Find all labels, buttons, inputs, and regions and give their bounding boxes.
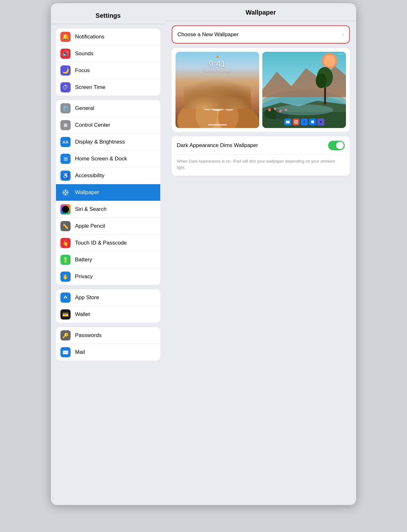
settings-group-1: 🔔 Notifications 🔊 Sounds 🌙 Focus ⏱ Scree… xyxy=(56,29,160,96)
sidebar-item-focus[interactable]: 🌙 Focus xyxy=(56,62,160,79)
dark-dims-row: Dark Appearance Dims Wallpaper xyxy=(172,136,350,155)
homescreen-app-icons: ✉️ f ✦ xyxy=(284,118,324,125)
dark-dims-description: When Dark Appearance is on, iPad will di… xyxy=(172,155,350,176)
general-label: General xyxy=(75,105,156,111)
general-icon: ⚙️ xyxy=(60,103,71,113)
mail-icon: ✉️ xyxy=(60,347,71,357)
sidebar-item-battery[interactable]: 🔋 Battery xyxy=(56,252,160,268)
display-label: Display & Brightness xyxy=(75,139,156,145)
privacy-label: Privacy xyxy=(75,273,156,280)
device-frame: Settings 🔔 Notifications 🔊 Sounds 🌙 Focu… xyxy=(51,3,356,505)
lockscreen-preview[interactable]: 🔒 9:41 Tuesday, 9 January xyxy=(176,52,259,128)
lockscreen-date: Tuesday, 9 January xyxy=(204,69,231,72)
wallpaper-label: Wallpaper xyxy=(75,189,156,196)
svg-point-17 xyxy=(324,55,335,67)
svg-point-34 xyxy=(295,121,297,123)
settings-group-2: ⚙️ General ⊞ Control Center AA Display &… xyxy=(56,100,160,285)
settings-group-3: App Store 💳 Wallet xyxy=(56,289,160,323)
homescreen-preview[interactable]: ✉️ f ✦ xyxy=(262,52,346,128)
sounds-icon: 🔊 xyxy=(60,49,71,59)
sidebar-item-screentime[interactable]: ⏱ Screen Time xyxy=(56,79,160,96)
sidebar: Settings 🔔 Notifications 🔊 Sounds 🌙 Focu… xyxy=(51,3,165,505)
homescreen-label: Home Screen & Dock xyxy=(75,156,156,162)
accessibility-icon: ♿ xyxy=(60,171,71,181)
lockscreen-ui: 🔒 9:41 Tuesday, 9 January xyxy=(176,54,259,72)
focus-label: Focus xyxy=(75,67,156,74)
sidebar-item-controlcenter[interactable]: ⊞ Control Center xyxy=(56,117,160,134)
screentime-label: Screen Time xyxy=(75,84,156,91)
status-indicators xyxy=(338,54,343,55)
appstore-icon xyxy=(60,293,71,303)
wallpaper-previews: 🔒 9:41 Tuesday, 9 January xyxy=(172,48,350,132)
settings-group-4: 🔑 Passwords ✉️ Mail xyxy=(56,327,160,360)
svg-point-13 xyxy=(202,104,213,110)
applepencil-icon: ✏️ xyxy=(60,221,71,231)
mail-label: Mail xyxy=(75,349,156,355)
choose-wallpaper-button[interactable]: Choose a New Wallpaper › xyxy=(172,25,350,44)
touchid-label: Touch ID & Passcode xyxy=(75,240,156,246)
right-panel: Wallpaper Choose a New Wallpaper › 🔒 9:4… xyxy=(165,3,356,505)
notifications-label: Notifications xyxy=(75,34,156,40)
homescreen-landscape-svg xyxy=(262,52,346,128)
sidebar-item-touchid[interactable]: 👆 Touch ID & Passcode xyxy=(56,235,160,252)
sidebar-item-siri[interactable]: Siri & Search xyxy=(56,201,160,218)
svg-point-28 xyxy=(268,108,271,111)
accessibility-label: Accessibility xyxy=(75,172,156,179)
svg-point-14 xyxy=(224,105,234,111)
sidebar-item-wallpaper[interactable]: Wallpaper xyxy=(56,184,160,201)
display-icon: AA xyxy=(60,137,71,147)
sidebar-item-applepencil[interactable]: ✏️ Apple Pencil xyxy=(56,218,160,235)
battery-label: Battery xyxy=(75,257,156,263)
siri-icon xyxy=(60,204,71,214)
dark-dims-label: Dark Appearance Dims Wallpaper xyxy=(177,142,258,149)
touchid-icon: 👆 xyxy=(60,238,71,248)
appstore-label: App Store xyxy=(75,294,156,301)
sidebar-item-privacy[interactable]: ✋ Privacy xyxy=(56,268,160,285)
applepencil-label: Apple Pencil xyxy=(75,223,156,229)
sidebar-item-general[interactable]: ⚙️ General xyxy=(56,100,160,117)
chevron-right-icon: › xyxy=(342,31,344,38)
privacy-icon: ✋ xyxy=(60,272,71,282)
sidebar-item-passwords[interactable]: 🔑 Passwords xyxy=(56,327,160,344)
notifications-icon: 🔔 xyxy=(60,32,71,42)
passwords-icon: 🔑 xyxy=(60,330,71,340)
svg-point-25 xyxy=(316,74,327,88)
wallet-label: Wallet xyxy=(75,311,156,318)
sidebar-item-homescreen[interactable]: ⊞ Home Screen & Dock xyxy=(56,151,160,167)
homescreen-icon: ⊞ xyxy=(60,154,71,164)
sidebar-item-accessibility[interactable]: ♿ Accessibility xyxy=(56,167,160,184)
sidebar-item-display[interactable]: AA Display & Brightness xyxy=(56,134,160,151)
sidebar-item-appstore[interactable]: App Store xyxy=(56,289,160,306)
sidebar-item-wallet[interactable]: 💳 Wallet xyxy=(56,306,160,323)
wallpaper-icon xyxy=(60,187,71,198)
main-layout: Settings 🔔 Notifications 🔊 Sounds 🌙 Focu… xyxy=(51,3,356,505)
wallet-icon: 💳 xyxy=(60,309,71,320)
app-icon-mail: ✉️ xyxy=(284,118,291,125)
app-icon-messenger xyxy=(309,118,316,125)
choose-wallpaper-label: Choose a New Wallpaper xyxy=(177,31,238,38)
sidebar-item-mail[interactable]: ✉️ Mail xyxy=(56,344,160,360)
lockscreen-home-indicator xyxy=(208,124,227,125)
app-icon-other: ✦ xyxy=(317,118,324,125)
dark-appearance-card: Dark Appearance Dims Wallpaper When Dark… xyxy=(172,136,350,176)
dark-appearance-toggle[interactable] xyxy=(328,141,345,150)
lock-icon: 🔒 xyxy=(216,54,219,58)
app-icon-facebook: f xyxy=(301,118,308,125)
lockscreen-time: 9:41 xyxy=(209,59,226,69)
svg-point-1 xyxy=(65,192,66,193)
svg-point-32 xyxy=(275,104,333,115)
focus-icon: 🌙 xyxy=(60,65,71,76)
svg-point-35 xyxy=(297,121,297,121)
controlcenter-label: Control Center xyxy=(75,122,156,128)
siri-label: Siri & Search xyxy=(75,206,156,212)
panel-title: Wallpaper xyxy=(165,3,356,21)
sidebar-item-notifications[interactable]: 🔔 Notifications xyxy=(56,29,160,45)
sounds-label: Sounds xyxy=(75,51,156,57)
screentime-icon: ⏱ xyxy=(60,82,71,92)
sidebar-title: Settings xyxy=(51,6,165,24)
battery-icon: 🔋 xyxy=(60,255,71,265)
toggle-thumb xyxy=(336,142,344,149)
passwords-label: Passwords xyxy=(75,332,156,339)
rock-formation-svg xyxy=(176,86,259,128)
sidebar-item-sounds[interactable]: 🔊 Sounds xyxy=(56,45,160,62)
